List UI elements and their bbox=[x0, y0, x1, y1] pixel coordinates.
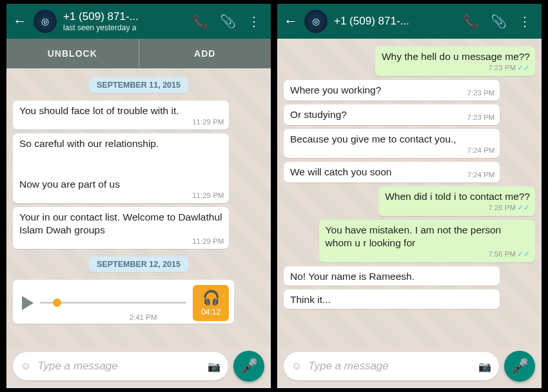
read-ticks-icon: ✓✓ bbox=[517, 63, 530, 72]
message-in[interactable]: Or studying? 7:23 PM bbox=[284, 104, 500, 125]
voice-track[interactable] bbox=[40, 302, 186, 304]
message-text: No! Your name is Rameesh. bbox=[290, 271, 415, 283]
camera-icon[interactable]: 📷 bbox=[478, 360, 491, 373]
message-time: 7:23 PM bbox=[464, 88, 495, 98]
message-text: We will catch you soon bbox=[290, 166, 391, 180]
date-separator: SEPTEMBER 11, 2015 bbox=[89, 77, 188, 93]
message-text: When did i told i to contact me?? bbox=[385, 190, 530, 204]
overflow-icon[interactable]: ⋮ bbox=[518, 14, 531, 29]
message-input[interactable]: ☺ Type a message 📷 bbox=[13, 352, 228, 380]
message-text: You have mistaken. I am not the person w… bbox=[326, 224, 530, 251]
message-out[interactable]: Why the hell do u message me?? 7:23 PM✓✓ bbox=[375, 46, 535, 76]
overflow-icon[interactable]: ⋮ bbox=[248, 14, 260, 29]
message-out[interactable]: You have mistaken. I am not the person w… bbox=[319, 220, 535, 262]
input-placeholder: Type a message bbox=[308, 360, 472, 373]
message-in[interactable]: Because you give me to contact you., 7:2… bbox=[284, 129, 500, 158]
back-icon[interactable]: ← bbox=[13, 13, 27, 30]
message-in[interactable]: No! Your name is Rameesh. bbox=[284, 266, 500, 286]
call-icon[interactable]: 📞 bbox=[463, 14, 479, 29]
message-text: Think it... bbox=[290, 294, 331, 306]
contact-name: +1 (509) 871-... bbox=[63, 10, 186, 23]
message-text: Why the hell do u message me?? bbox=[382, 50, 530, 64]
emoji-icon[interactable]: ☺ bbox=[291, 360, 302, 372]
message-time: 7:23 PM bbox=[464, 113, 495, 122]
message-time: 7:26 PM bbox=[488, 204, 516, 211]
message-text: So careful with our relationship. bbox=[19, 137, 224, 152]
play-icon[interactable] bbox=[22, 296, 34, 310]
message-time: 7:24 PM bbox=[464, 146, 495, 155]
message-time: 7:23 PM bbox=[488, 64, 516, 72]
action-bar: UNBLOCK ADD bbox=[6, 39, 271, 68]
avatar[interactable]: ◎ bbox=[304, 10, 328, 33]
message-text: Or studying? bbox=[290, 108, 347, 122]
chat-scroll[interactable]: SEPTEMBER 11, 2015 You should face lot o… bbox=[6, 68, 271, 346]
add-button[interactable]: ADD bbox=[139, 39, 271, 68]
message-in[interactable]: Where you working? 7:23 PM bbox=[284, 80, 500, 101]
headphones-icon: 🎧 bbox=[202, 289, 220, 306]
message-text: You should face lot of trouble with it. bbox=[19, 104, 224, 119]
message-time: 7:24 PM bbox=[464, 170, 495, 180]
back-icon[interactable]: ← bbox=[284, 13, 298, 30]
message-time: 2:41 PM bbox=[126, 313, 157, 321]
emoji-icon[interactable]: ☺ bbox=[21, 360, 31, 372]
voice-avatar-badge: 🎧 04:12 bbox=[193, 285, 229, 321]
input-placeholder: Type a message bbox=[37, 360, 201, 373]
input-bar: ☺ Type a message 📷 🎤 bbox=[6, 346, 271, 388]
message-in[interactable]: We will catch you soon 7:24 PM bbox=[284, 162, 500, 182]
app-header: ← ◎ +1 (509) 871-... last seen yesterday… bbox=[6, 4, 271, 39]
header-title-block[interactable]: +1 (509) 871-... bbox=[334, 15, 456, 28]
read-ticks-icon: ✓✓ bbox=[517, 203, 530, 212]
unblock-button[interactable]: UNBLOCK bbox=[6, 39, 139, 68]
app-header: ← ◎ +1 (509) 871-... 📞 📎 ⋮ bbox=[277, 4, 542, 39]
message-time: 11:29 PM bbox=[188, 237, 224, 246]
contact-name: +1 (509) 871-... bbox=[334, 15, 456, 28]
voice-knob[interactable] bbox=[53, 299, 61, 307]
message-time: 7:56 PM bbox=[488, 250, 516, 258]
message-time: 11:29 PM bbox=[188, 191, 224, 201]
attach-icon[interactable]: 📎 bbox=[491, 14, 507, 29]
chat-scroll[interactable]: Why the hell do u message me?? 7:23 PM✓✓… bbox=[277, 39, 542, 346]
read-ticks-icon: ✓✓ bbox=[517, 250, 530, 259]
date-separator: SEPTEMBER 12, 2015 bbox=[89, 257, 188, 272]
attach-icon[interactable]: 📎 bbox=[220, 14, 236, 29]
chat-screen-left: ← ◎ +1 (509) 871-... last seen yesterday… bbox=[6, 4, 271, 388]
mic-button[interactable]: 🎤 bbox=[504, 351, 535, 382]
last-seen: last seen yesterday a bbox=[63, 23, 186, 32]
message-in[interactable]: You should face lot of trouble with it. … bbox=[13, 101, 229, 130]
mic-button[interactable]: 🎤 bbox=[233, 351, 264, 382]
message-text: Because you give me to contact you., bbox=[290, 133, 494, 147]
camera-icon[interactable]: 📷 bbox=[208, 360, 220, 373]
header-title-block[interactable]: +1 (509) 871-... last seen yesterday a bbox=[63, 10, 186, 32]
message-in[interactable]: Think it... bbox=[284, 289, 500, 309]
message-out[interactable]: When did i told i to contact me?? 7:26 P… bbox=[378, 186, 535, 216]
avatar[interactable]: ◎ bbox=[34, 10, 57, 33]
message-in[interactable]: So careful with our relationship. Now yo… bbox=[13, 133, 229, 203]
message-text: Now you are part of us bbox=[19, 178, 224, 192]
message-text: Where you working? bbox=[290, 84, 381, 98]
message-input[interactable]: ☺ Type a message 📷 bbox=[284, 352, 499, 380]
message-text: Your in our contact list. Welcome to Daw… bbox=[19, 211, 224, 238]
input-bar: ☺ Type a message 📷 🎤 bbox=[277, 346, 542, 388]
chat-screen-right: ← ◎ +1 (509) 871-... 📞 📎 ⋮ Why the hell … bbox=[277, 4, 542, 388]
message-time: 11:29 PM bbox=[188, 117, 224, 127]
call-icon[interactable]: 📞 bbox=[192, 14, 208, 29]
voice-duration: 04:12 bbox=[201, 308, 220, 317]
message-in[interactable]: Your in our contact list. Welcome to Daw… bbox=[13, 207, 229, 249]
voice-message[interactable]: 🎧 04:12 2:41 PM bbox=[13, 280, 234, 324]
